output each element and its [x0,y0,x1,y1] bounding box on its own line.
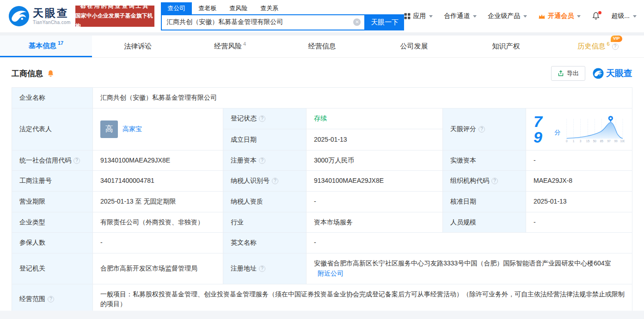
svg-text:1: 1 [573,139,575,143]
industry-value: 资本市场服务 [307,212,443,233]
help-icon[interactable] [259,157,265,164]
svg-text:3: 3 [580,139,582,143]
export-icon [558,70,564,77]
help-icon[interactable] [478,126,485,132]
english-name-label: 英文名称 [223,233,307,253]
legal-rep-avatar[interactable]: 高 [100,120,118,138]
company-type-label: 企业类型 [12,212,93,233]
header-divider [0,32,644,36]
crown-icon [538,13,546,19]
export-button-label: 导出 [567,69,579,78]
business-term-label: 营业期限 [12,192,93,212]
tab-operating-info[interactable]: 经营信息 [276,36,368,57]
svg-text:100: 100 [620,139,625,143]
tab-company-development-label: 公司发展 [400,42,428,51]
established-label: 成立日期 [223,129,307,150]
table-row: 经营范围 一般项目：私募股权投资基金管理、创业投资基金管理服务（须在中国证券投资… [12,284,632,314]
business-info-table: 企业名称 汇商共创（安徽）私募基金管理有限公司 法定代表人 高 高家宝 登记状态… [12,87,632,315]
main-content: 工商信息 导出 天眼查 [0,58,644,315]
table-row: 营业期限 2025-01-13 至 无固定期限 纳税人资质 - 核准日期 202… [12,192,632,212]
nav-account[interactable]: 超级... [611,12,637,20]
taxpayer-quality-label: 纳税人资质 [223,192,307,212]
notification-bell[interactable] [592,12,600,20]
tab-intellectual-property[interactable]: 知识产权 [460,36,552,57]
legal-rep-cell: 高 高家宝 [93,108,223,150]
address-value-cell: 安徽省合肥市高新区长宁社区服务中心习友路3333号中国（合肥）国际智能语音产业园… [307,253,632,284]
tianyancha-logo-icon [8,6,30,27]
search-input-wrap [161,14,365,30]
registry-label: 登记机关 [12,253,93,284]
industry-label: 行业 [223,212,307,233]
tab-history-info[interactable]: 历史信息 6 VIP [552,36,644,57]
top-header: 天眼查 TianYanCha.com 都在用的商业查询工具 国家中小企业发展子基… [0,0,644,32]
org-code-label: 组织机构代码 [450,177,489,184]
section-header: 工商信息 导出 天眼查 [12,66,632,81]
reg-number-value: 340171400004781 [93,171,223,192]
nav-cooperation-label: 合作通道 [444,12,470,20]
help-icon[interactable] [612,43,619,50]
svg-text:97: 97 [607,139,611,143]
vip-badge: VIP [611,36,622,42]
reg-capital-value: 3000万人民币 [307,150,443,171]
score-number: 79 [534,114,550,145]
score-value-cell: 79 分 [526,108,632,150]
help-icon[interactable] [259,115,265,122]
tab-operating-risk[interactable]: 经营风险 4 [184,36,276,57]
search-tabs: 查公司 查老板 查风险 查关系 [161,2,404,14]
nav-apps-label: 应用 [413,12,426,20]
org-code-label-cell: 组织机构代码 [443,171,526,192]
tab-basic-info-label: 基本信息 [29,42,56,50]
help-icon[interactable] [491,178,498,184]
tab-operating-info-label: 经营信息 [308,42,336,51]
table-row: 法定代表人 高 高家宝 登记状态 存续 天眼评分 79 分 [12,108,632,129]
help-icon[interactable] [48,296,54,302]
notification-dot [598,11,601,14]
tab-company-development[interactable]: 公司发展 [368,36,460,57]
search-tab-company[interactable]: 查公司 [161,2,192,14]
logo-text: 天眼查 TianYanCha.com [33,7,71,25]
logo-text-cn: 天眼查 [33,7,71,19]
section-title: 工商信息 [12,68,43,79]
nav-apps[interactable]: 应用 [404,12,433,20]
nav-open-vip[interactable]: 开通会员 [538,12,581,20]
legal-rep-link[interactable]: 高家宝 [123,124,142,134]
established-value: 2025-01-13 [307,129,443,150]
export-button[interactable]: 导出 [551,66,585,81]
address-label-cell: 注册地址 [223,253,307,284]
search-tab-risk[interactable]: 查风险 [223,2,254,14]
table-row: 参保人数 - 英文名称 - [12,233,632,253]
org-code-value: MAEA29JX-8 [526,171,632,192]
help-icon[interactable] [272,178,278,184]
nav-open-vip-label: 开通会员 [548,12,574,20]
help-icon[interactable] [74,157,80,164]
search-input[interactable] [162,15,364,30]
tab-basic-info[interactable]: 基本信息 17 [0,36,92,57]
tab-legal-proceedings-label: 法律诉讼 [124,42,152,51]
approval-date-label: 核准日期 [443,192,526,212]
search-tab-boss[interactable]: 查老板 [192,2,223,14]
tianyancha-logo-icon [593,68,604,79]
reg-capital-label-cell: 注册资本 [223,150,307,171]
tab-history-info-count: 6 [607,41,609,47]
tab-legal-proceedings[interactable]: 法律诉讼 [92,36,184,57]
tab-intellectual-property-label: 知识产权 [492,42,520,51]
english-name-value: - [307,233,632,253]
nearby-companies-link[interactable]: 附近公司 [318,270,343,277]
status-value-cell: 存续 [307,108,443,129]
tab-history-info-label: 历史信息 [577,42,605,51]
paid-capital-value: - [526,150,632,171]
chevron-down-icon [523,15,527,18]
help-icon[interactable] [259,265,265,272]
subscribe-bell-icon[interactable] [47,70,55,78]
address-value: 安徽省合肥市高新区长宁社区服务中心习友路3333号中国（合肥）国际智能语音产业园… [314,259,611,267]
approval-date-value: 2025-01-13 [526,192,632,212]
search-tab-relation[interactable]: 查关系 [254,2,285,14]
nav-cooperation[interactable]: 合作通道 [444,12,477,20]
search-button[interactable]: 天眼一下 [365,14,404,30]
search-area: 查公司 查老板 查风险 查关系 天眼一下 [161,2,404,30]
tianyancha-logo[interactable]: 天眼查 TianYanCha.com [8,6,71,27]
nav-enterprise[interactable]: 企业级产品 [488,12,527,20]
svg-text:50: 50 [593,139,597,143]
credit-code-label-cell: 统一社会信用代码 [12,150,93,171]
logo-text-domain: TianYanCha.com [33,20,71,25]
